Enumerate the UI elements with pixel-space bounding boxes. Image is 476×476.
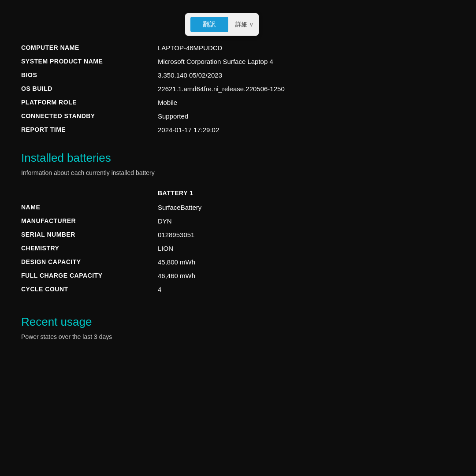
value-serial-number: 0128953051: [158, 231, 194, 238]
table-row: CONNECTED STANDBY Supported: [21, 112, 455, 120]
value-connected-standby: Supported: [158, 112, 188, 120]
table-row: REPORT TIME 2024-01-17 17:29:02: [21, 126, 455, 134]
system-info-table: COMPUTER NAME LAPTOP-46MPUDCD SYSTEM PRO…: [21, 44, 455, 134]
label-chemistry: CHEMISTRY: [21, 245, 158, 252]
detail-label: 詳細: [235, 21, 248, 29]
installed-batteries-section: Installed batteries Information about ea…: [21, 151, 455, 293]
value-battery-name: SurfaceBattery: [158, 204, 201, 211]
value-manufacturer: DYN: [158, 217, 172, 225]
battery-info-table: NAME SurfaceBattery MANUFACTURER DYN SER…: [21, 204, 455, 293]
value-chemistry: LION: [158, 245, 173, 252]
table-row: FULL CHARGE CAPACITY 46,460 mWh: [21, 272, 455, 279]
table-row: CHEMISTRY LION: [21, 245, 455, 252]
recent-usage-subtitle: Power states over the last 3 days: [21, 333, 455, 340]
label-os-build: OS BUILD: [21, 85, 158, 92]
table-row: SERIAL NUMBER 0128953051: [21, 231, 455, 238]
table-row: NAME SurfaceBattery: [21, 204, 455, 211]
table-row: MANUFACTURER DYN: [21, 217, 455, 225]
table-row: SYSTEM PRODUCT NAME Microsoft Corporatio…: [21, 58, 455, 65]
value-full-charge-capacity: 46,460 mWh: [158, 272, 195, 279]
label-computer-name: COMPUTER NAME: [21, 44, 158, 51]
label-manufacturer: MANUFACTURER: [21, 217, 158, 224]
label-platform-role: PLATFORM ROLE: [21, 99, 158, 106]
detail-button[interactable]: 詳細 ∨: [235, 21, 253, 29]
table-row: DESIGN CAPACITY 45,800 mWh: [21, 258, 455, 266]
translation-bar: 翻訳 詳細 ∨: [185, 13, 259, 36]
label-report-time: REPORT TIME: [21, 126, 158, 133]
table-row: OS BUILD 22621.1.amd64fre.ni_release.220…: [21, 85, 455, 93]
label-full-charge-capacity: FULL CHARGE CAPACITY: [21, 272, 158, 279]
battery-header: BATTERY 1: [21, 190, 455, 197]
installed-batteries-subtitle: Information about each currently install…: [21, 169, 455, 176]
value-os-build: 22621.1.amd64fre.ni_release.220506-1250: [158, 85, 285, 93]
recent-usage-title: Recent usage: [21, 315, 455, 329]
value-system-product-name: Microsoft Corporation Surface Laptop 4: [158, 58, 273, 65]
label-bios: BIOS: [21, 71, 158, 78]
label-system-product-name: SYSTEM PRODUCT NAME: [21, 58, 158, 65]
installed-batteries-title: Installed batteries: [21, 151, 455, 165]
label-serial-number: SERIAL NUMBER: [21, 231, 158, 238]
label-battery-name: NAME: [21, 204, 158, 211]
main-content: COMPUTER NAME LAPTOP-46MPUDCD SYSTEM PRO…: [0, 0, 476, 371]
label-cycle-count: CYCLE COUNT: [21, 286, 158, 293]
recent-usage-section: Recent usage Power states over the last …: [21, 315, 455, 340]
value-computer-name: LAPTOP-46MPUDCD: [158, 44, 222, 52]
battery-col-header: BATTERY 1: [158, 190, 193, 197]
table-row: COMPUTER NAME LAPTOP-46MPUDCD: [21, 44, 455, 52]
table-row: BIOS 3.350.140 05/02/2023: [21, 71, 455, 79]
translate-button[interactable]: 翻訳: [190, 17, 228, 32]
chevron-down-icon: ∨: [249, 22, 253, 28]
value-bios: 3.350.140 05/02/2023: [158, 71, 222, 79]
table-row: PLATFORM ROLE Mobile: [21, 99, 455, 106]
label-connected-standby: CONNECTED STANDBY: [21, 112, 158, 119]
table-row: CYCLE COUNT 4: [21, 286, 455, 293]
label-design-capacity: DESIGN CAPACITY: [21, 258, 158, 265]
value-report-time: 2024-01-17 17:29:02: [158, 126, 219, 134]
value-platform-role: Mobile: [158, 99, 177, 106]
value-cycle-count: 4: [158, 286, 161, 293]
value-design-capacity: 45,800 mWh: [158, 258, 195, 266]
